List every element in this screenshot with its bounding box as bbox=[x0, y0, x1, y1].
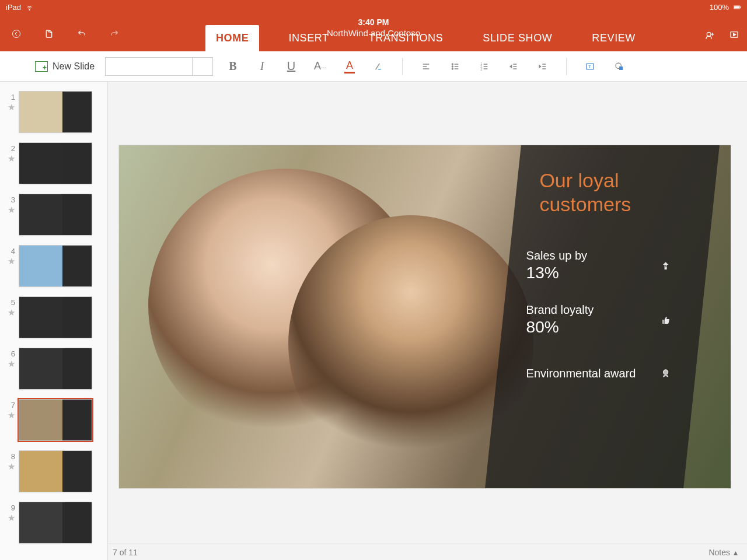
svg-text:T: T bbox=[588, 64, 591, 69]
thumbs-up-icon bbox=[650, 304, 681, 335]
wifi-icon bbox=[26, 4, 33, 11]
slide-stat-0: Sales up by13%$ bbox=[526, 249, 681, 282]
align-button[interactable] bbox=[417, 57, 435, 76]
globe-award-icon bbox=[650, 358, 681, 389]
svg-point-7 bbox=[452, 66, 453, 67]
dollar-up-icon: $ bbox=[650, 250, 681, 281]
tab-slideshow[interactable]: SLIDE SHOW bbox=[472, 25, 563, 51]
svg-rect-15 bbox=[619, 66, 623, 70]
font-options-button[interactable]: A… bbox=[311, 57, 330, 76]
battery-percent: 100% bbox=[710, 3, 729, 12]
thumbnail-9[interactable] bbox=[19, 502, 92, 544]
svg-text:3: 3 bbox=[480, 68, 482, 71]
thumbnail-3[interactable] bbox=[19, 194, 92, 236]
ios-status-bar: iPad 100% bbox=[0, 0, 747, 14]
tab-transitions[interactable]: TRANSITIONS bbox=[358, 25, 454, 51]
thumbnail-1[interactable] bbox=[19, 91, 92, 133]
svg-point-8 bbox=[452, 68, 453, 69]
svg-rect-1 bbox=[734, 6, 740, 8]
device-label: iPad bbox=[6, 3, 21, 12]
slide-thumbnails[interactable]: 1★2★3★4★5★6★7★8★9★ bbox=[0, 82, 108, 560]
redo-button[interactable] bbox=[106, 26, 123, 42]
chevron-up-icon: ▴ bbox=[734, 548, 738, 557]
slide-stat-2: Environmental award bbox=[526, 358, 681, 389]
undo-button[interactable] bbox=[74, 26, 90, 42]
title-bar: 3:40 PM NorthWind and Contoso HOME INSER… bbox=[0, 14, 747, 51]
notes-label: Notes bbox=[708, 548, 730, 557]
bold-button[interactable]: B bbox=[224, 57, 242, 76]
back-button[interactable] bbox=[8, 26, 25, 42]
shapes-button[interactable] bbox=[610, 57, 629, 76]
thumbnail-4[interactable] bbox=[19, 245, 92, 287]
slide-canvas[interactable]: Our loyal customers Sales up by13%$Brand… bbox=[118, 145, 731, 489]
thumbnail-5[interactable] bbox=[19, 296, 92, 338]
battery-icon bbox=[734, 4, 741, 11]
ribbon-tabs: HOME INSERT TRANSITIONS SLIDE SHOW REVIE… bbox=[205, 25, 646, 51]
svg-point-6 bbox=[452, 64, 453, 65]
thumbnail-8[interactable] bbox=[19, 450, 92, 492]
new-slide-button[interactable]: New Slide bbox=[35, 56, 95, 77]
underline-button[interactable]: U bbox=[282, 57, 301, 76]
thumbnail-7[interactable] bbox=[19, 399, 92, 441]
text-box-button[interactable]: T bbox=[581, 57, 599, 76]
new-slide-label: New Slide bbox=[53, 61, 95, 72]
increase-indent-button[interactable] bbox=[533, 57, 552, 76]
svg-point-4 bbox=[707, 32, 711, 36]
file-button[interactable] bbox=[41, 26, 57, 42]
svg-point-3 bbox=[13, 30, 20, 38]
slide-overlay-panel: Our loyal customers Sales up by13%$Brand… bbox=[485, 145, 720, 488]
status-bar-bottom: 7 of 11 Notes ▴ bbox=[108, 544, 747, 560]
tab-insert[interactable]: INSERT bbox=[278, 25, 339, 51]
decrease-indent-button[interactable] bbox=[504, 57, 523, 76]
thumbnail-6[interactable] bbox=[19, 348, 92, 390]
font-selector[interactable] bbox=[105, 57, 213, 76]
italic-button[interactable]: I bbox=[253, 57, 271, 76]
share-button[interactable] bbox=[705, 30, 714, 42]
tab-home[interactable]: HOME bbox=[205, 25, 259, 51]
slide-counter: 7 of 11 bbox=[113, 548, 138, 557]
present-button[interactable] bbox=[729, 30, 739, 42]
svg-text:$: $ bbox=[664, 264, 666, 267]
ribbon: New Slide B I U A… A 123 T bbox=[0, 51, 747, 82]
tab-review[interactable]: REVIEW bbox=[581, 25, 646, 51]
slide-title: Our loyal customers bbox=[539, 169, 694, 216]
slide-stat-1: Brand loyalty80% bbox=[526, 303, 681, 337]
thumbnail-2[interactable] bbox=[19, 142, 92, 184]
numbering-button[interactable]: 123 bbox=[475, 57, 494, 76]
svg-rect-2 bbox=[741, 6, 741, 8]
new-slide-icon bbox=[35, 61, 48, 72]
font-color-button[interactable]: A bbox=[340, 57, 359, 76]
bullets-button[interactable] bbox=[446, 57, 465, 76]
notes-toggle[interactable]: Notes ▴ bbox=[708, 548, 738, 557]
text-effects-button[interactable] bbox=[369, 57, 388, 76]
